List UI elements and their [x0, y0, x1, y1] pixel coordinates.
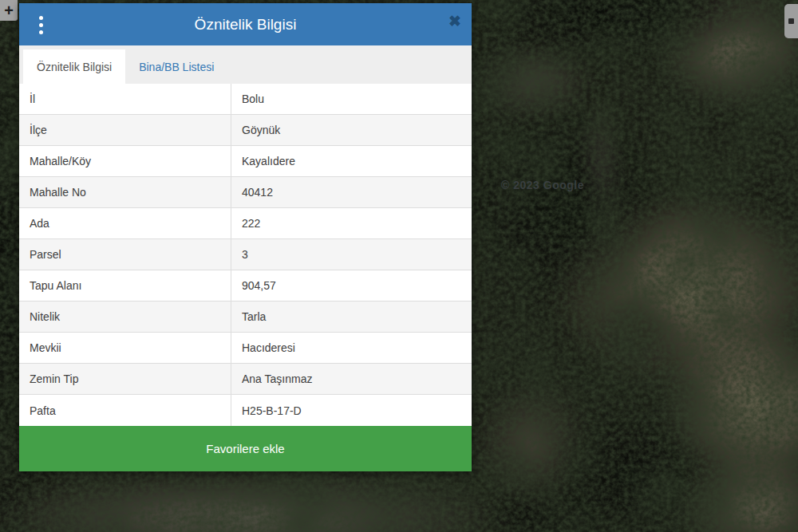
attribute-label: Mahalle/Köy — [19, 146, 231, 176]
attribute-value: Göynük — [231, 115, 472, 145]
tab-bina-bb-listesi[interactable]: Bina/BB Listesi — [125, 49, 227, 84]
dialog-header: Öznitelik Bilgisi ✖ — [19, 3, 472, 45]
dialog-title: Öznitelik Bilgisi — [195, 16, 297, 33]
map-corner-control[interactable] — [784, 4, 798, 38]
attribute-row: Parsel3 — [19, 239, 472, 270]
attribute-row: İlBolu — [19, 84, 472, 115]
attribute-label: İlçe — [19, 115, 231, 145]
attribute-row: İlçeGöynük — [19, 115, 472, 146]
attribute-row: MevkiiHacıderesi — [19, 333, 472, 364]
terrain-patch — [0, 471, 511, 532]
attribute-row: NitelikTarla — [19, 301, 472, 333]
attribute-value: 40412 — [231, 177, 472, 207]
attribute-row: Mahalle/KöyKayalıdere — [19, 146, 472, 177]
attribute-value: Bolu — [231, 84, 472, 114]
kebab-menu-icon[interactable] — [34, 13, 48, 37]
attribute-dialog: Öznitelik Bilgisi ✖ Öznitelik BilgisiBin… — [19, 3, 472, 471]
terrain-shadow — [467, 104, 666, 303]
attribute-value: Ana Taşınmaz — [231, 364, 472, 394]
attribute-value: 904,57 — [231, 270, 472, 301]
attribute-label: Mahalle No — [19, 177, 231, 207]
attribute-row: Ada222 — [19, 208, 472, 239]
attribute-label: Parsel — [19, 239, 231, 270]
attribute-value: Tarla — [231, 301, 472, 332]
attribute-label: Nitelik — [19, 301, 231, 332]
attribute-row: Mahalle No40412 — [19, 177, 472, 208]
attribute-label: Pafta — [19, 395, 231, 426]
attribute-row: Zemin TipAna Taşınmaz — [19, 364, 472, 395]
attribute-value: 222 — [231, 208, 472, 238]
attribute-label: Mevkii — [19, 333, 231, 363]
attribute-value: Hacıderesi — [231, 333, 472, 363]
terrain-shadow — [583, 279, 702, 383]
attribute-value: 3 — [231, 239, 472, 270]
attribute-label: İl — [19, 84, 231, 114]
attribute-label: Ada — [19, 208, 231, 238]
attribute-value: H25-B-17-D — [231, 395, 472, 426]
tab-bar: Öznitelik BilgisiBina/BB Listesi — [19, 45, 472, 84]
attribute-label: Tapu Alanı — [19, 270, 231, 301]
attribute-label: Zemin Tip — [19, 364, 231, 394]
map-control-icon — [788, 18, 794, 24]
tab-oznitelik-bilgisi[interactable]: Öznitelik Bilgisi — [23, 49, 125, 84]
attribute-row: PaftaH25-B-17-D — [19, 395, 472, 426]
attribute-value: Kayalıdere — [231, 146, 472, 176]
close-icon[interactable]: ✖ — [448, 14, 461, 29]
zoom-in-button[interactable]: + — [0, 0, 18, 21]
attribute-table: İlBoluİlçeGöynükMahalle/KöyKayalıdereMah… — [19, 84, 472, 426]
add-to-favorites-button[interactable]: Favorilere ekle — [19, 426, 472, 471]
attribute-row: Tapu Alanı904,57 — [19, 270, 472, 301]
